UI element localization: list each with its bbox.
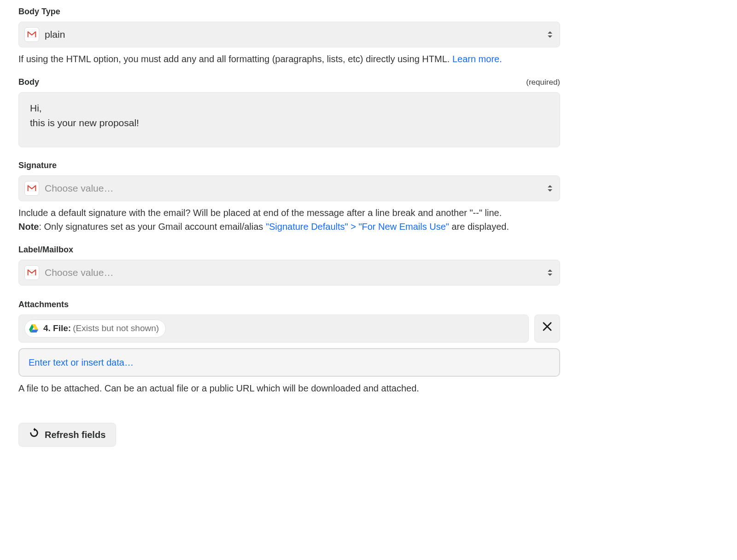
body-type-select[interactable]: plain [18,22,560,47]
label-mailbox-select[interactable]: Choose value… [18,260,560,286]
body-textarea[interactable]: Hi, this is your new proposal! [18,92,560,147]
label-mailbox-placeholder: Choose value… [45,265,546,280]
gmail-icon [24,27,39,42]
signature-select[interactable]: Choose value… [18,175,560,201]
learn-more-link[interactable]: Learn more. [452,54,502,64]
body-type-label: Body Type [18,6,60,18]
signature-help: Include a default signature with the ema… [18,206,560,233]
remove-attachment-button[interactable] [534,315,560,343]
refresh-icon [29,428,39,442]
attachments-help: A file to be attached. Can be an actual … [18,381,560,395]
sort-icon [546,29,554,40]
refresh-fields-label: Refresh fields [45,428,105,442]
attachment-add-input[interactable]: Enter text or insert data… [18,348,560,377]
gmail-icon [24,265,39,280]
sort-icon [546,183,554,194]
label-mailbox-label: Label/Mailbox [18,244,73,256]
sort-icon [546,267,554,278]
signature-placeholder: Choose value… [45,181,546,196]
attachments-label: Attachments [18,298,69,311]
signature-label: Signature [18,159,57,172]
attachment-pill[interactable]: 4. File: (Exists but not shown) [24,320,166,338]
signature-defaults-link[interactable]: "Signature Defaults" > "For New Emails U… [266,222,449,232]
attachment-field[interactable]: 4. File: (Exists but not shown) [18,315,529,343]
google-drive-icon [29,324,39,333]
gmail-icon [24,181,39,196]
body-label: Body [18,76,39,88]
body-type-help: If using the HTML option, you must add a… [18,52,560,66]
body-type-value: plain [45,27,546,42]
close-icon [542,321,552,335]
refresh-fields-button[interactable]: Refresh fields [18,423,116,447]
body-required: (required) [526,76,560,88]
